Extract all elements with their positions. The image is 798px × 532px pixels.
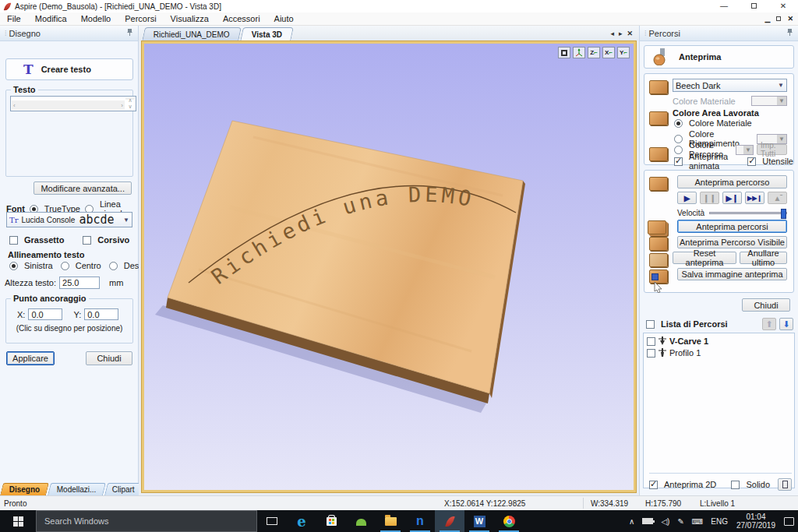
- viewport-3d[interactable]: Richiedi una DEMO Z⌐ X⌐ Y⌐: [142, 41, 636, 492]
- anchor-x-input[interactable]: 0.0: [28, 308, 62, 320]
- save-preview-image-button[interactable]: Salva immagine anteprima: [677, 268, 787, 280]
- document-area: Richiedi_UNA_DEMO Vista 3D ◂ ▸ ✕: [139, 26, 639, 495]
- preview-2d-checkbox[interactable]: Anteprima 2D: [649, 480, 716, 489]
- undo-last-button[interactable]: Anullare ultimo: [740, 252, 787, 264]
- close-icon[interactable]: ✕: [768, 0, 798, 12]
- machined-area-icon: [649, 111, 668, 125]
- battery-icon[interactable]: [638, 510, 657, 532]
- close-button-left[interactable]: Chiudi: [86, 351, 132, 365]
- mdi-restore-icon[interactable]: [776, 16, 781, 21]
- apply-button[interactable]: Applicare: [6, 351, 55, 365]
- text-height-unit: mm: [109, 278, 123, 287]
- reset-preview-button[interactable]: Reset anteprima: [673, 252, 736, 264]
- tab-vista-3d[interactable]: Vista 3D: [240, 27, 294, 41]
- toolpath-list-checkbox[interactable]: [646, 320, 655, 329]
- menu-visualizza[interactable]: Visualizza: [164, 12, 216, 26]
- menu-aiuto[interactable]: Aiuto: [267, 12, 301, 26]
- material-select[interactable]: Beech Dark ▼: [673, 79, 787, 92]
- move-down-button[interactable]: ⬇: [779, 318, 793, 330]
- taskbar-search-input[interactable]: Search Windows: [36, 510, 257, 532]
- bold-checkbox[interactable]: Grassetto: [9, 235, 64, 245]
- advanced-edit-button[interactable]: Modificare avanzata...: [34, 181, 132, 195]
- tab-document-2d[interactable]: Richiedi_UNA_DEMO: [142, 27, 242, 41]
- tab-modellazione[interactable]: Modellazi...: [48, 483, 106, 495]
- aspire-taskbar-button[interactable]: [435, 510, 464, 532]
- machined-material-radio[interactable]: Colore Materiale: [674, 118, 752, 128]
- n-app-button[interactable]: n: [405, 510, 435, 532]
- animated-preview-checkbox[interactable]: Anteprima animata: [674, 152, 738, 171]
- vertical-scrollbar[interactable]: ∧∨: [125, 97, 135, 100]
- x-view-button[interactable]: X⌐: [602, 47, 615, 58]
- pen-icon[interactable]: ✎: [673, 510, 687, 532]
- tab-scroll-right-icon[interactable]: ▸: [619, 30, 623, 37]
- text-input[interactable]: Richiedi una DEMO ∧∨ ‹›: [10, 96, 136, 111]
- keyboard-icon[interactable]: ⌨: [688, 510, 707, 532]
- move-up-button[interactable]: ⬆: [762, 318, 776, 330]
- preview-section-header: Anteprima: [644, 45, 794, 69]
- menu-percorsi[interactable]: Percorsi: [118, 12, 163, 26]
- pin-icon[interactable]: [786, 28, 793, 38]
- restore-icon[interactable]: [739, 0, 768, 12]
- fit-view-button[interactable]: [558, 47, 570, 58]
- align-center-radio[interactable]: Centro: [61, 261, 101, 270]
- menu-modifica[interactable]: Modifica: [28, 12, 74, 26]
- vcarve-checkbox[interactable]: [647, 337, 655, 346]
- volume-icon[interactable]: ◁): [657, 510, 673, 532]
- iso-view-button[interactable]: [573, 47, 585, 58]
- start-button[interactable]: [0, 510, 36, 532]
- toolpath-item-profilo[interactable]: Profilo 1: [647, 348, 794, 358]
- menu-accessori[interactable]: Accessori: [216, 12, 267, 26]
- pin-icon[interactable]: [126, 28, 133, 38]
- edge-button[interactable]: e: [287, 510, 316, 532]
- italic-checkbox[interactable]: Corsivo: [83, 235, 129, 245]
- step-button[interactable]: ▶❙: [722, 192, 742, 204]
- date: 27/07/2019: [736, 521, 775, 530]
- tray-expand-icon[interactable]: ∧: [625, 510, 638, 532]
- chrome-button[interactable]: [494, 510, 524, 532]
- create-text-button[interactable]: T Creare testo: [5, 58, 133, 80]
- preview-visible-toolpath-button[interactable]: Anteprima Percorso Visibile: [677, 236, 787, 248]
- store-button[interactable]: [316, 510, 346, 532]
- skip-to-top-button[interactable]: ▲̄: [768, 192, 787, 204]
- toolpath-item-vcarve[interactable]: V-Carve 1: [647, 336, 794, 346]
- mdi-minimize-icon[interactable]: ▁: [765, 15, 771, 23]
- menu-modello[interactable]: Modello: [74, 12, 118, 26]
- fast-forward-button[interactable]: ▶▶❙: [745, 192, 764, 204]
- tab-disegno[interactable]: Disegno: [0, 483, 49, 495]
- edge-icon: e: [297, 513, 305, 530]
- scroll-left-icon[interactable]: ‹: [13, 102, 16, 109]
- text-height-input[interactable]: 25.0: [59, 277, 100, 289]
- play-button[interactable]: ▶: [677, 192, 697, 204]
- anchor-y-input[interactable]: 0.0: [84, 308, 118, 320]
- scroll-up-icon[interactable]: ∧: [125, 97, 135, 104]
- close-button-right[interactable]: Chiudi: [742, 298, 790, 312]
- preview-all-toolpaths-button[interactable]: Anteprima percorsi: [677, 220, 787, 233]
- task-view-button[interactable]: [257, 510, 287, 532]
- y-view-button[interactable]: Y⌐: [617, 47, 630, 58]
- menu-file[interactable]: File: [0, 12, 28, 26]
- align-left-radio[interactable]: Sinistra: [9, 261, 53, 270]
- android-emulator-button[interactable]: [346, 510, 376, 532]
- file-explorer-button[interactable]: [376, 510, 405, 532]
- language-indicator[interactable]: ENG: [707, 510, 732, 532]
- scroll-down-icon[interactable]: ∨: [125, 104, 135, 110]
- minimize-icon[interactable]: —: [709, 0, 739, 12]
- z-view-button[interactable]: Z⌐: [588, 47, 600, 58]
- scroll-right-icon[interactable]: ›: [121, 102, 123, 109]
- font-family-select[interactable]: Tr Lucida Console abcde ▼: [6, 212, 132, 227]
- mdi-close-icon[interactable]: ✕: [787, 15, 793, 23]
- notification-center-icon[interactable]: [780, 510, 798, 532]
- material-view-button[interactable]: [778, 478, 792, 491]
- clock[interactable]: 01:04 27/07/2019: [732, 510, 780, 532]
- tool-checkbox[interactable]: Utensile: [747, 157, 793, 166]
- speed-slider[interactable]: [709, 212, 787, 214]
- preview-toolpath-button[interactable]: Anteprima percorso: [677, 175, 787, 188]
- pause-button[interactable]: ❙❙: [700, 192, 719, 204]
- speed-slider-thumb[interactable]: [781, 209, 786, 219]
- tab-close-icon[interactable]: ✕: [627, 30, 633, 37]
- word-button[interactable]: W: [464, 510, 494, 532]
- profilo-checkbox[interactable]: [647, 349, 655, 358]
- solid-checkbox[interactable]: Solido: [731, 480, 770, 489]
- tab-scroll-left-icon[interactable]: ◂: [610, 30, 614, 37]
- horizontal-scrollbar[interactable]: ‹›: [12, 100, 125, 110]
